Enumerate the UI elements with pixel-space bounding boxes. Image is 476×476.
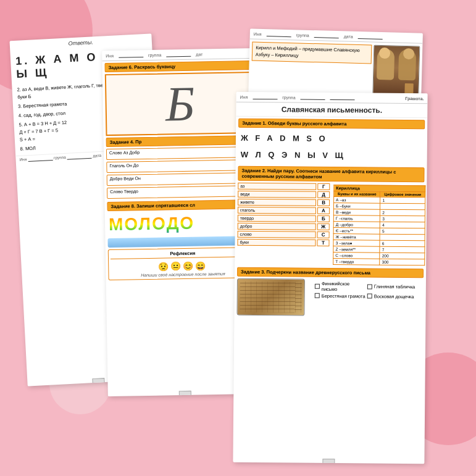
p2-task8-header: Задание 8. Запиши спрятавшееся сл xyxy=(107,199,256,211)
p2-task4-row2: Глаголь Он До xyxy=(106,159,256,173)
p4-matching-left: аз Г веди Д живете В глаголь А твердо Б … xyxy=(237,182,330,265)
match-word-7: буки xyxy=(237,238,315,246)
p4-task2-header: Задание 2. Найди пару. Соотнеси название… xyxy=(238,165,424,182)
p4-task3-options: Финикийское письмо Глиняная табличка Бер… xyxy=(310,278,424,301)
table-row: Т –твердо300 xyxy=(333,258,425,265)
option-4: Восковая дощечка xyxy=(367,293,419,299)
p1-data: дата xyxy=(93,153,101,158)
p4-inya-label: Иня xyxy=(240,94,248,99)
p2-inya-label: Иня xyxy=(106,53,114,57)
match-word-3: глаголь xyxy=(238,206,316,214)
checkbox-2[interactable] xyxy=(367,284,372,289)
p3-data-label: дата xyxy=(344,34,353,38)
p2-gruppa-label: группа xyxy=(148,52,161,57)
p2-header: Иня группа дат xyxy=(102,48,256,61)
p1-gruppa-field xyxy=(67,154,91,160)
p1-inya: Иня xyxy=(19,157,27,162)
p2-task4-header: Задание 4. Пр xyxy=(106,135,256,147)
p2-task4-row4: Слово Твердо xyxy=(107,185,256,199)
p3-gruppa-field xyxy=(314,33,339,38)
p4-options-grid: Финикийское письмо Глиняная табличка Бер… xyxy=(315,281,419,299)
page-clip-1 xyxy=(92,378,105,386)
page-clip-2 xyxy=(179,391,191,396)
match-letter-0: Г xyxy=(317,183,330,190)
match-word-1: веди xyxy=(238,190,316,198)
p4-cyrillic-table-container: Кириллица Буквы и их название Цифровое з… xyxy=(332,183,424,267)
option-3: Берестяная грамота xyxy=(315,293,366,299)
match-letter-7: Т xyxy=(317,240,329,246)
checkbox-3[interactable] xyxy=(315,293,320,298)
match-word-0: аз xyxy=(238,182,316,190)
p4-task1-header: Задание 1. Обведи буквы русского алфавит… xyxy=(238,119,425,130)
checkbox-4[interactable] xyxy=(367,294,372,299)
match-letter-6: С xyxy=(317,232,330,238)
match-letter-2: В xyxy=(317,199,330,206)
p4-ancient-image xyxy=(236,278,305,315)
match-word-2: живете xyxy=(238,198,316,206)
p2-gruppa-field xyxy=(166,52,191,57)
p3-inya-field xyxy=(266,31,291,37)
p2-inya-field xyxy=(119,52,143,58)
p3-header: Иня группа дата xyxy=(250,28,423,43)
option-label-2: Глиняная табличка xyxy=(374,284,415,290)
option-label-3: Берестяная грамота xyxy=(322,293,365,299)
p4-main-title: Славянская письменность. xyxy=(236,102,427,119)
p2-task4-row1: Слово Аз Добр xyxy=(106,146,256,160)
p4-data-field xyxy=(330,95,355,100)
p4-inya-field xyxy=(253,94,277,99)
p4-task2-body: аз Г веди Д живете В глаголь А твердо Б … xyxy=(237,182,424,267)
match-letter-3: А xyxy=(317,207,330,214)
option-label-4: Восковая дощечка xyxy=(374,293,414,299)
page-slavic-writing: Иня группа Грамота. Славянская письменно… xyxy=(233,92,427,464)
p4-gruppa-field xyxy=(301,95,325,100)
p3-data-field xyxy=(358,34,383,40)
p1-gruppa: группа xyxy=(54,155,66,160)
pages-container: Ответы. 1. Ж А М О Л Э Ы Щ 2. аз А, веди… xyxy=(19,19,457,457)
p2-data-label: дат xyxy=(196,52,203,56)
option-2: Глиняная табличка xyxy=(367,281,419,293)
p2-task4-row3: Добро Веди Он xyxy=(107,172,256,186)
option-1: Финикийское письмо xyxy=(315,281,366,293)
p4-cyrillic-table: Кириллица Буквы и их название Цифровое з… xyxy=(333,185,425,265)
p4-gramota: Грамота. xyxy=(405,96,424,101)
match-letter-5: Ж xyxy=(317,223,330,230)
p4-task3-body: Финикийское письмо Глиняная табличка Бер… xyxy=(236,278,424,317)
p4-letters-row2: W Л Q Э N Ы V Щ xyxy=(236,146,427,165)
p4-task3-header: Задание 3. Подчеркни название древнерусс… xyxy=(237,267,424,278)
p2-big-letter: Б xyxy=(165,79,195,129)
match-letter-1: Д xyxy=(317,191,330,198)
p2-reflection-label: Рефлексия xyxy=(111,249,255,259)
p3-title-box: Кирилл и Мефодий – придумавшие Славянску… xyxy=(252,41,372,64)
p3-inya-label: Иня xyxy=(254,31,262,36)
p2-task6-header: Задание 6. Раскрась буквицу xyxy=(104,61,254,72)
p1-inya-field xyxy=(28,156,52,162)
p4-gruppa-label: группа xyxy=(282,95,295,99)
p2-letter-container: Б xyxy=(105,72,256,136)
checkbox-1[interactable] xyxy=(315,284,320,289)
page-clip-4 xyxy=(322,459,335,464)
p4-match-grid: аз Г веди Д живете В глаголь А твердо Б … xyxy=(237,182,330,246)
p3-gruppa-label: группа xyxy=(296,33,309,38)
match-letter-4: Б xyxy=(317,215,330,222)
option-label-1: Финикийское письмо xyxy=(322,281,366,293)
match-word-4: твердо xyxy=(238,214,316,222)
match-word-6: слово xyxy=(238,230,316,238)
match-word-5: добро xyxy=(238,222,316,230)
